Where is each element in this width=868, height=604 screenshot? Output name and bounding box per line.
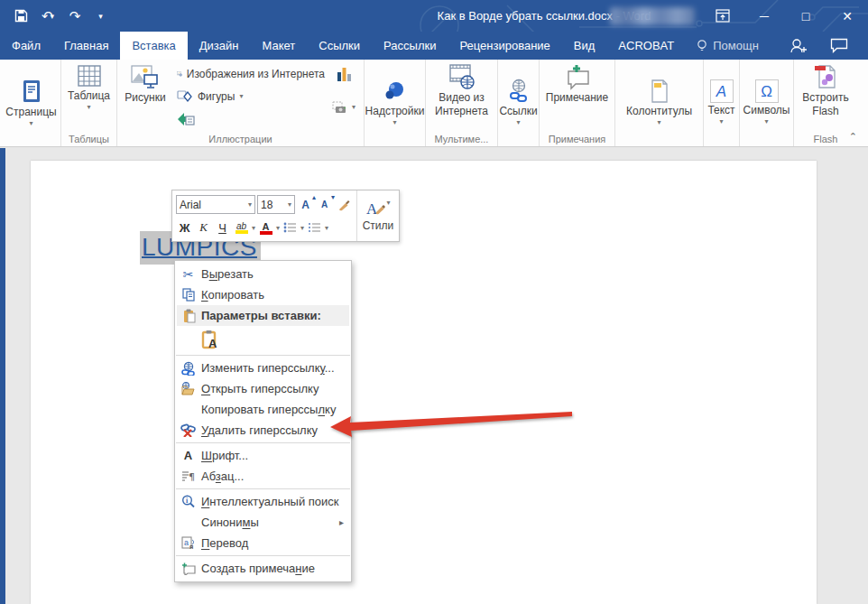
menu-item-copy[interactable]: Копировать [175,284,351,305]
omega-icon: Ω [755,79,779,103]
menu-item-font[interactable]: A Шрифт... [175,445,351,466]
document-area: LUMPICS Arial ▾ 18 ▾ А ▴ А ▾ [0,148,868,604]
share-person-icon[interactable] [789,38,807,54]
tab-acrobat[interactable]: ACROBAT [606,32,686,60]
bullets-caret-icon[interactable]: ▾ [300,225,304,231]
tab-layout[interactable]: Макет [250,32,307,60]
grow-font-button[interactable]: А ▴ [297,195,314,215]
highlight-button[interactable]: ab [233,218,250,237]
symbols-button[interactable]: Ω Символы ▾ [738,60,796,144]
addins-button[interactable]: Надстройки ▾ [360,60,430,144]
menu-item-paragraph[interactable]: ¶ Абзац... [175,466,351,487]
numbering-caret-icon[interactable]: ▾ [325,225,328,231]
save-button[interactable] [9,5,32,28]
format-painter-button[interactable] [335,195,352,215]
table-button[interactable]: Таблица ▾ [62,60,115,114]
font-color-caret-icon[interactable]: ▾ [276,225,280,231]
pages-icon [18,78,45,105]
online-pictures-button[interactable]: Изображения из Интернета [173,62,328,85]
document-page[interactable] [31,161,817,604]
tab-file[interactable]: Файл [0,32,52,60]
svg-text:A: A [366,200,378,218]
underline-button[interactable]: Ч [214,218,231,237]
collapse-ribbon-button[interactable]: ⌃ [849,131,857,143]
font-name-combo[interactable]: Arial ▾ [176,195,255,214]
flash-group-caption: Flash [794,131,857,146]
links-label: Ссылки [499,106,537,117]
pages-button[interactable]: Страницы ▾ [0,60,61,144]
tab-references[interactable]: Ссылки [307,32,372,60]
edit-hyperlink-icon [175,361,201,376]
embed-flash-label-line1: Встроить [802,92,848,104]
font-color-button[interactable]: А [257,218,274,237]
addins-label: Надстройки [365,106,425,117]
redo-button[interactable]: ↷ [63,5,87,28]
embed-flash-button[interactable]: Встроить Flash [797,60,854,121]
menu-item-smart-lookup[interactable]: i Интеллектуальный поиск [175,491,351,512]
ribbon-tab-bar: Файл Главная Вставка Дизайн Макет Ссылки… [0,32,868,60]
tab-review[interactable]: Рецензирование [448,32,561,60]
tab-insert[interactable]: Вставка [120,32,187,60]
shrink-font-button[interactable]: А ▾ [316,195,333,215]
group-addins: Надстройки ▾ [365,60,426,146]
italic-button[interactable]: К [195,218,212,237]
customize-qat-button[interactable]: ▾ [90,5,114,28]
text-label: Текст [707,105,734,116]
online-video-button[interactable]: Видео из Интернета [429,60,494,121]
header-footer-icon [649,79,670,104]
tell-me-box[interactable]: Помощн [686,32,770,60]
paste-keep-formatting-button[interactable]: A [198,327,223,352]
smartart-button[interactable] [173,107,328,130]
minimize-icon: ─ [760,9,769,23]
bold-button[interactable]: Ж [176,218,193,237]
pages-caret-icon: ▾ [29,120,32,126]
symbols-label: Символы [743,105,790,116]
menu-item-edit-hyperlink[interactable]: Изменить гиперссылку... [175,358,351,378]
header-footer-caret-icon: ▾ [657,119,660,125]
chart-button[interactable] [331,62,356,85]
menu-item-copy-hyperlink[interactable]: Копировать гиперссылку [175,399,351,420]
ribbon-display-options-button[interactable] [702,0,743,32]
comment-bubble-icon[interactable] [830,38,848,53]
pictures-icon [130,63,161,90]
tab-home[interactable]: Главная [52,32,120,60]
minimize-button[interactable]: ─ [743,0,785,32]
user-name-blurred [610,7,695,25]
menu-item-synonyms[interactable]: Синонимы ▸ [175,512,351,533]
text-button[interactable]: А Текст ▾ [702,60,740,144]
screenshot-icon [332,101,347,114]
tab-view[interactable]: Вид [562,32,607,60]
customize-qat-icon: ▾ [98,12,103,21]
links-button[interactable]: Ссылки ▾ [494,60,542,144]
online-video-label-line2: Интернета [435,106,488,117]
font-icon: A [175,449,201,462]
menu-item-translate[interactable]: a я Перевод [175,533,351,553]
pictures-button[interactable]: Рисунки [117,60,173,107]
group-pages: Страницы ▾ [2,60,61,146]
font-size-combo[interactable]: 18 ▾ [257,195,295,214]
undo-button[interactable]: ↶▾ [36,5,60,28]
menu-item-open-hyperlink[interactable]: Открыть гиперссылку [175,378,351,399]
styles-button[interactable]: A ▾ Стили [356,190,399,241]
tabs-spacer [770,32,789,60]
highlight-caret-icon[interactable]: ▾ [252,225,255,231]
tab-mailings[interactable]: Рассылки [372,32,448,60]
menu-item-new-comment[interactable]: Создать примечание [175,558,351,579]
header-footer-button[interactable]: Колонтитулы ▾ [621,60,697,144]
menu-separator [176,555,350,556]
close-button[interactable]: ✕ [826,0,868,32]
bullets-button[interactable] [282,218,299,237]
highlight-color-bar [235,230,248,234]
screenshot-button[interactable]: ▾ [328,96,359,118]
menu-item-cut[interactable]: ✂ Вырезать [175,264,351,284]
tab-design[interactable]: Дизайн [188,32,251,60]
table-icon [76,63,103,88]
shapes-button[interactable]: Фигуры ▾ [173,85,328,107]
comment-button[interactable]: Примечание [540,60,614,107]
menu-item-remove-hyperlink[interactable]: Удалить гиперссылку [175,420,351,441]
shapes-icon [177,89,193,104]
multimedia-group-caption: Мультиме... [426,131,497,146]
numbering-button[interactable] [306,218,323,237]
maximize-button[interactable]: □ [785,0,826,32]
comments-group-caption: Примечания [540,131,614,146]
